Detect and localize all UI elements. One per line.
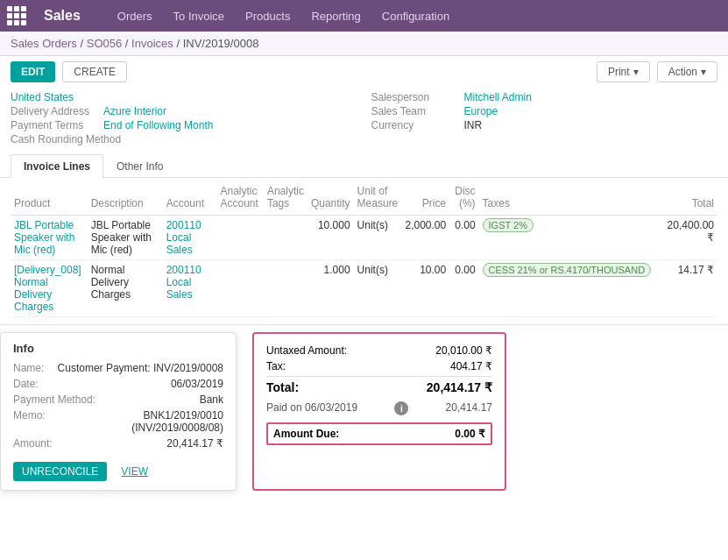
payment-terms-label: Payment Terms	[11, 119, 98, 131]
paid-value: 20,414.17	[446, 401, 492, 415]
breadcrumb-current: INV/2019/0008	[183, 37, 259, 50]
row2-uom: Unit(s)	[354, 260, 402, 317]
untaxed-amount-value: 20,010.00 ₹	[435, 344, 492, 357]
row2-quantity: 1.000	[307, 260, 354, 317]
tax-tag-igst: IGST 2%	[483, 218, 534, 232]
untaxed-amount-row: Untaxed Amount: 20,010.00 ₹	[266, 343, 492, 358]
tax-row: Tax: 404.17 ₹	[266, 358, 492, 374]
col-header-quantity: Quantity	[307, 181, 354, 216]
row2-analytic-account	[216, 260, 263, 317]
nav-to-invoice[interactable]: To Invoice	[165, 6, 234, 26]
popup-title: Info	[13, 342, 223, 355]
breadcrumb-sales-orders[interactable]: Sales Orders	[11, 37, 77, 50]
nav-orders[interactable]: Orders	[109, 6, 161, 26]
row2-account[interactable]: 200110 Local Sales	[163, 260, 217, 317]
tax-tag-cess: CESS 21% or RS.4170/THOUSAND	[483, 263, 652, 277]
popup-memo-label: Memo:	[13, 409, 46, 434]
breadcrumb-so056[interactable]: SO056	[87, 37, 122, 50]
chevron-down-icon: ▾	[633, 66, 639, 78]
col-header-product: Product	[11, 181, 88, 216]
total-label: Total:	[266, 380, 299, 394]
popup-name-value: Customer Payment: INV/2019/0008	[58, 362, 223, 374]
tabs: Invoice Lines Other Info	[0, 154, 728, 178]
row1-description: JBL Portable Speaker with Mic (red)	[88, 216, 163, 260]
action-button[interactable]: Action ▾	[657, 61, 717, 82]
totals-popup: Untaxed Amount: 20,010.00 ₹ Tax: 404.17 …	[252, 332, 506, 491]
app-title: Sales	[44, 8, 81, 24]
total-row: Total: 20,414.17 ₹	[266, 376, 492, 396]
popup-date-label: Date:	[13, 378, 39, 390]
col-header-account: Account	[163, 181, 217, 216]
row1-disc: 0.00	[449, 216, 478, 260]
row2-disc: 0.00	[449, 260, 478, 317]
nav-products[interactable]: Products	[237, 6, 299, 26]
country-value: United States	[11, 91, 74, 103]
col-header-description: Description	[88, 181, 163, 216]
payment-info-popup: Info Name: Customer Payment: INV/2019/00…	[0, 332, 237, 491]
edit-button[interactable]: EDIT	[11, 61, 55, 82]
info-circle-icon[interactable]: i	[394, 401, 408, 415]
row2-total: 14.17 ₹	[654, 260, 717, 317]
row1-product[interactable]: JBL Portable Speaker with Mic (red)	[11, 216, 88, 260]
table-row: JBL Portable Speaker with Mic (red) JBL …	[11, 216, 717, 260]
invoice-lines-table: Product Description Account Analytic Acc…	[0, 181, 728, 317]
delivery-address-value[interactable]: Azure Interior	[103, 105, 166, 117]
tab-invoice-lines[interactable]: Invoice Lines	[11, 154, 103, 178]
tab-other-info[interactable]: Other Info	[103, 154, 176, 178]
col-header-analytic-tags: Analytic Tags	[264, 181, 307, 216]
breadcrumb: Sales Orders / SO056 / Invoices / INV/20…	[0, 32, 728, 56]
col-header-disc: Disc (%)	[449, 181, 478, 216]
row1-price: 2,000.00	[401, 216, 449, 260]
total-value: 20,414.17 ₹	[427, 380, 492, 394]
popup-payment-method-value: Bank	[200, 393, 223, 406]
paid-label: Paid on 06/03/2019	[266, 401, 357, 415]
col-header-taxes: Taxes	[479, 181, 655, 216]
currency-label: Currency	[371, 119, 459, 131]
nav-reporting[interactable]: Reporting	[302, 6, 369, 26]
row1-quantity: 10.000	[307, 216, 354, 260]
paid-row: Paid on 06/03/2019 i 20,414.17	[266, 400, 492, 417]
delivery-address-label: Delivery Address	[11, 105, 98, 117]
grid-icon[interactable]	[7, 6, 26, 25]
popup-memo-value: BNK1/2019/0010 (INV/2019/0008/08)	[53, 409, 223, 434]
row2-analytic-tags	[264, 260, 307, 317]
cash-rounding-label: Cash Rounding Method	[11, 133, 121, 145]
chevron-down-icon: ▾	[701, 66, 706, 78]
tax-label: Tax:	[266, 360, 286, 372]
top-navbar: Sales Orders To Invoice Products Reporti…	[0, 0, 728, 32]
col-header-analytic-account: Analytic Account	[216, 181, 263, 216]
col-header-total: Total	[654, 181, 717, 216]
sales-team-value[interactable]: Europe	[464, 105, 498, 117]
payment-terms-value: End of Following Month	[103, 119, 213, 131]
view-button[interactable]: VIEW	[121, 465, 148, 478]
col-header-price: Price	[401, 181, 449, 216]
print-button[interactable]: Print ▾	[597, 61, 650, 82]
popup-amount-value: 20,414.17 ₹	[166, 437, 223, 450]
row1-account[interactable]: 200110 Local Sales	[163, 216, 217, 260]
col-header-uom: Unit of Measure	[354, 181, 402, 216]
row2-product[interactable]: [Delivery_008] Normal Delivery Charges	[11, 260, 88, 317]
header-fields: United States Delivery Address Azure Int…	[0, 88, 728, 154]
popup-name-label: Name:	[13, 362, 44, 374]
nav-configuration[interactable]: Configuration	[373, 6, 458, 26]
amount-due-value: 0.00 ₹	[455, 428, 485, 440]
row1-analytic-account	[216, 216, 263, 260]
tax-value: 404.17 ₹	[450, 360, 492, 372]
amount-due-label: Amount Due:	[273, 428, 339, 440]
row2-description: Normal Delivery Charges	[88, 260, 163, 317]
unreconcile-button[interactable]: UNRECONCILE	[13, 462, 107, 481]
nav-menu: Orders To Invoice Products Reporting Con…	[109, 6, 458, 26]
breadcrumb-invoices[interactable]: Invoices	[131, 37, 173, 50]
salesperson-value[interactable]: Mitchell Admin	[464, 91, 532, 103]
row1-uom: Unit(s)	[354, 216, 402, 260]
create-button[interactable]: CREATE	[62, 61, 127, 82]
popup-payment-method-label: Payment Method:	[13, 393, 95, 406]
salesperson-label: Salesperson	[371, 91, 459, 103]
row2-price: 10.00	[401, 260, 449, 317]
popup-date-value: 06/03/2019	[171, 378, 223, 390]
row2-taxes: CESS 21% or RS.4170/THOUSAND	[479, 260, 655, 317]
sales-team-label: Sales Team	[371, 105, 459, 117]
currency-value: INR	[464, 119, 483, 131]
toolbar: EDIT CREATE Print ▾ Action ▾	[0, 56, 728, 88]
amount-due-row: Amount Due: 0.00 ₹	[266, 422, 492, 445]
